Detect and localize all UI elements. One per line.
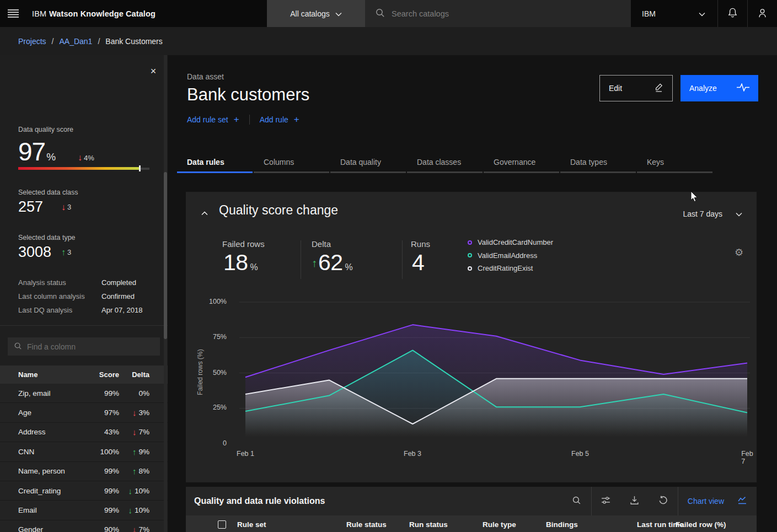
sidebar-scrollbar[interactable] bbox=[164, 55, 167, 532]
find-column-input[interactable]: Find a colomn bbox=[8, 337, 160, 356]
analyze-button[interactable]: Analyze bbox=[680, 75, 758, 101]
delta-value: 10% bbox=[135, 506, 149, 514]
global-search-input[interactable]: Search catalogs bbox=[365, 0, 631, 27]
stat-unit: % bbox=[250, 262, 258, 272]
tab-governance[interactable]: Governance bbox=[484, 153, 560, 173]
column-delta: ↓3% bbox=[119, 409, 168, 417]
refresh-button[interactable] bbox=[649, 487, 678, 515]
chevron-down-icon bbox=[736, 209, 742, 218]
quality-score-change-card: Quality score change Last 7 days Failed … bbox=[186, 192, 757, 482]
close-icon[interactable]: × bbox=[147, 65, 160, 78]
scrollbar-thumb[interactable] bbox=[164, 172, 167, 339]
column-name: Address bbox=[0, 428, 83, 436]
menu-button[interactable] bbox=[0, 0, 26, 27]
status-row: Analysis statusCompleted bbox=[18, 276, 157, 289]
legend-item-validcreditcardnumber[interactable]: ValidCreditCardNumber bbox=[468, 238, 553, 246]
add-rule-set-button[interactable]: Add rule set + bbox=[187, 114, 239, 125]
asset-type-label: Data asset bbox=[187, 72, 224, 81]
trend-arrow-icon: ↓ bbox=[132, 525, 137, 532]
tab-keys[interactable]: Keys bbox=[637, 153, 714, 173]
data-type-block: Selected data type 3008 ↑ 3 bbox=[18, 234, 76, 261]
x-tick-label: Feb 7 bbox=[741, 450, 753, 465]
line-chart bbox=[237, 298, 750, 447]
main-content: Data asset Bank customers Add rule set +… bbox=[168, 55, 777, 532]
tab-data-types[interactable]: Data types bbox=[560, 153, 637, 173]
table-row[interactable]: Zip, email99%0% bbox=[0, 384, 168, 403]
account-dropdown[interactable]: IBM bbox=[631, 0, 717, 27]
table-row[interactable]: Age97%↓3% bbox=[0, 403, 168, 422]
data-type-delta: 3 bbox=[67, 248, 71, 256]
filter-adjust-button[interactable] bbox=[592, 487, 620, 515]
search-icon bbox=[14, 342, 22, 352]
status-label: Analysis status bbox=[18, 278, 101, 287]
trend-arrow-icon: ↑ bbox=[61, 248, 66, 257]
gauge-remainder bbox=[141, 168, 149, 170]
profile-button[interactable] bbox=[747, 0, 777, 27]
gear-icon[interactable]: ⚙ bbox=[732, 246, 746, 259]
stat-label: Delta bbox=[312, 239, 353, 249]
column-score: 99% bbox=[83, 487, 119, 495]
breadcrumb-item-aa-dan1[interactable]: AA_Dan1 bbox=[59, 37, 92, 46]
chevron-down-icon bbox=[335, 9, 342, 18]
rule-violations-card: Quality and data rule violations bbox=[186, 487, 757, 532]
tab-data-classes[interactable]: Data classes bbox=[407, 153, 484, 173]
top-navigation: IBM Watson Knowledge Catalog All catalog… bbox=[0, 0, 777, 27]
data-class-block: Selected data class 257 ↓ 3 bbox=[18, 189, 78, 216]
quality-score-gauge bbox=[18, 167, 149, 170]
delta-stat: Delta ↑ 62 % bbox=[312, 239, 353, 276]
trend-arrow-icon: ↓ bbox=[128, 487, 132, 495]
quality-score-label: Data quality score bbox=[18, 126, 157, 133]
breadcrumb-separator: / bbox=[52, 37, 54, 46]
table-row[interactable]: Name, person99%↑8% bbox=[0, 462, 168, 481]
status-row: Last DQ analysisApr 07, 2018 bbox=[18, 303, 157, 317]
breadcrumb-item-bank-customers: Bank Customers bbox=[105, 37, 162, 46]
column-score: 99% bbox=[83, 467, 119, 475]
download-icon bbox=[630, 496, 639, 507]
time-range-dropdown[interactable]: Last 7 days bbox=[683, 209, 742, 218]
header-name: Name bbox=[0, 370, 83, 379]
account-dropdown-label: IBM bbox=[642, 9, 656, 18]
column-name: Email bbox=[0, 506, 83, 514]
table-row[interactable]: Address43%↓7% bbox=[0, 423, 168, 442]
table-row[interactable]: Email99%↓10% bbox=[0, 501, 168, 520]
delta-value: 3% bbox=[138, 409, 149, 417]
table-row[interactable]: Credit_rating99%↓10% bbox=[0, 481, 168, 501]
stat-label: Runs bbox=[411, 239, 430, 249]
tab-columns[interactable]: Columns bbox=[254, 153, 330, 173]
trend-arrow-icon: ↑ bbox=[312, 257, 317, 268]
legend-item-creditratingexist[interactable]: CreditRatingExist bbox=[468, 264, 553, 272]
breadcrumb-item-projects[interactable]: Projects bbox=[18, 37, 46, 46]
column-name: Age bbox=[0, 409, 83, 417]
catalog-dropdown[interactable]: All catalogs bbox=[267, 0, 365, 27]
legend-label: ValidCreditCardNumber bbox=[478, 238, 553, 246]
divider bbox=[0, 325, 168, 326]
tab-label: Keys bbox=[647, 158, 664, 166]
violations-column-run-status: Run status bbox=[409, 520, 448, 529]
table-row[interactable]: CNN100%↑9% bbox=[0, 442, 168, 461]
legend-swatch-icon bbox=[468, 266, 472, 271]
y-tick-label: 100% bbox=[197, 298, 227, 305]
legend-item-validemailaddress[interactable]: ValidEmailAddress bbox=[468, 251, 553, 260]
analyze-button-label: Analyze bbox=[689, 84, 717, 93]
column-delta: ↓7% bbox=[119, 525, 168, 532]
violations-column-rule-type: Rule type bbox=[483, 520, 516, 529]
collapse-button[interactable] bbox=[201, 208, 208, 217]
violations-table-header: Rule setRule statusRun statusRule typeBi… bbox=[186, 515, 757, 532]
trend-arrow-icon: ↑ bbox=[132, 448, 137, 456]
violations-column-bindings: Bindings bbox=[546, 520, 578, 529]
download-button[interactable] bbox=[620, 487, 649, 515]
column-score: 97% bbox=[83, 409, 119, 417]
add-rule-label: Add rule bbox=[260, 115, 288, 124]
divider bbox=[249, 115, 250, 125]
tab-data-rules[interactable]: Data rules bbox=[177, 153, 254, 173]
select-all-checkbox[interactable] bbox=[218, 520, 226, 529]
add-rule-button[interactable]: Add rule + bbox=[260, 114, 299, 125]
chart-view-toggle[interactable]: Chart view bbox=[678, 487, 757, 515]
edit-button[interactable]: Edit bbox=[599, 75, 673, 101]
table-row[interactable]: Gender90%↓7% bbox=[0, 520, 168, 532]
trend-arrow-icon: ↑ bbox=[132, 467, 137, 475]
trend-arrow-icon: ↓ bbox=[78, 153, 82, 162]
search-button[interactable] bbox=[562, 487, 591, 515]
tab-data-quality[interactable]: Data quality bbox=[330, 153, 407, 173]
notifications-button[interactable] bbox=[717, 0, 747, 27]
